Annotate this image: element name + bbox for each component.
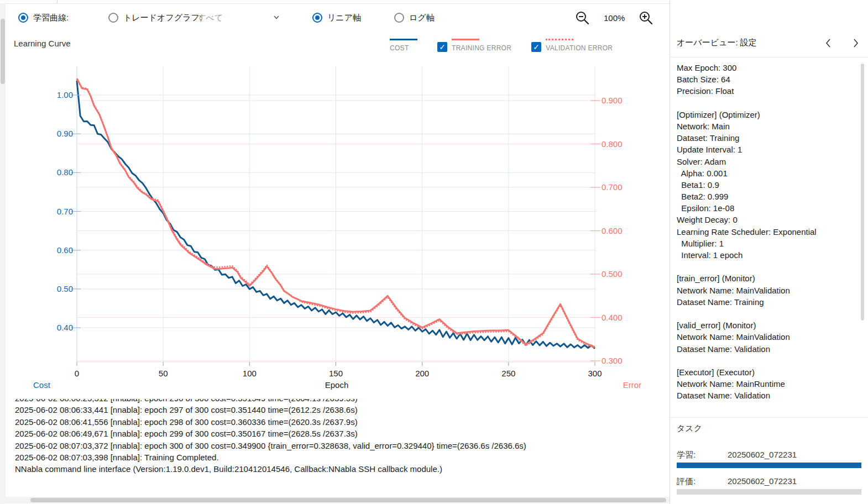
overview-line: [Executor] (Executor) bbox=[677, 366, 859, 378]
axis-tick-label: 0.500 bbox=[602, 269, 623, 279]
axis-tick-label: 200 bbox=[415, 369, 429, 378]
tasks-heading: タスク bbox=[677, 423, 702, 434]
axis-tick-label: 50 bbox=[159, 369, 168, 378]
learning-curve-label: 学習曲線: bbox=[33, 13, 69, 23]
overview-header-divider bbox=[670, 57, 868, 57]
evaluation-task-row[interactable]: 評価: 20250602_072231 bbox=[677, 476, 861, 487]
overview-line: Beta1: 0.9 bbox=[677, 179, 859, 191]
overview-line bbox=[677, 308, 859, 319]
top-tick-divider bbox=[57, 0, 57, 3]
axis-tick-label: 0.60 bbox=[57, 245, 73, 255]
zoom-level: 100% bbox=[604, 4, 625, 32]
overview-line: Network Name: MainRuntime bbox=[677, 378, 859, 390]
axis-tick-label: 0 bbox=[75, 369, 79, 378]
training-progress-fill bbox=[677, 463, 861, 468]
tradeoff-select[interactable]: すべて bbox=[197, 4, 223, 32]
overview-line: Update Interval: 1 bbox=[677, 144, 859, 155]
axis-tick-label: 100 bbox=[243, 369, 257, 378]
overview-line: [train_error] (Monitor) bbox=[677, 272, 859, 284]
linear-axis-option[interactable]: リニア軸 bbox=[312, 4, 361, 32]
overview-line: Alpha: 0.001 bbox=[677, 167, 859, 179]
axis-tick-label: 0.600 bbox=[602, 226, 623, 235]
overview-line: Beta2: 0.999 bbox=[677, 191, 859, 202]
overview-line: Solver: Adam bbox=[677, 156, 859, 167]
axis-tick-label: 0.700 bbox=[602, 182, 623, 192]
overview-line: Dataset Name: Training bbox=[677, 296, 859, 308]
learning-curve-plot[interactable]: 1.000.900.800.700.600.500.400.9000.8000.… bbox=[0, 32, 670, 395]
overview-line bbox=[677, 355, 859, 366]
training-progress-bar bbox=[677, 463, 861, 468]
training-task-label: 学習: bbox=[677, 450, 728, 460]
axis-tick-label: 0.40 bbox=[57, 323, 73, 332]
log-hscrollbar-thumb[interactable] bbox=[30, 498, 666, 502]
tick-layer: 1.000.900.800.700.600.500.400.9000.8000.… bbox=[57, 90, 623, 378]
overview-panel-title: オーバービュー: 設定 bbox=[677, 38, 757, 48]
zoom-out-button[interactable] bbox=[575, 4, 590, 32]
overview-panel: オーバービュー: 設定 Max Epoch: 300Batch Size: 64… bbox=[670, 0, 868, 504]
log-line: 2025-06-02 08:07:03,398 [nnabla]: Traini… bbox=[15, 452, 667, 463]
overview-line: Dataset Name: Validation bbox=[677, 343, 859, 355]
log-axis-label: ログ軸 bbox=[409, 13, 435, 23]
chevron-left-icon bbox=[825, 38, 832, 48]
overview-line: Network Name: MainValidation bbox=[677, 285, 859, 296]
overview-line: Weight Decay: 0 bbox=[677, 214, 859, 225]
zoom-in-button[interactable] bbox=[639, 4, 653, 32]
overview-line: Epsilon: 1e-08 bbox=[677, 202, 859, 214]
overview-line bbox=[677, 97, 859, 109]
tradeoff-graph-label: トレードオフグラフ: bbox=[123, 13, 202, 23]
linear-axis-label: リニア軸 bbox=[327, 13, 361, 23]
overview-next-button[interactable] bbox=[850, 38, 861, 49]
evaluation-task-label: 評価: bbox=[677, 476, 728, 487]
axis-tick-label: 0.70 bbox=[57, 207, 73, 216]
overview-prev-button[interactable] bbox=[823, 38, 834, 49]
overview-line: Dataset: Training bbox=[677, 132, 859, 144]
training-task-row[interactable]: 学習: 20250602_072231 bbox=[677, 450, 861, 460]
overview-line: [valid_error] (Monitor) bbox=[677, 319, 859, 331]
overview-line: [Optimizer] (Optimizer) bbox=[677, 109, 859, 120]
training-log[interactable]: 2025-06-02 08:06:25,312 [nnabla]: epoch … bbox=[15, 399, 667, 496]
overview-line: Learning Rate Scheduler: Exponential bbox=[677, 226, 859, 238]
log-axis-radio[interactable] bbox=[394, 13, 404, 23]
axis-tick-label: 0.900 bbox=[602, 96, 623, 105]
evaluation-progress-bar bbox=[677, 489, 861, 495]
zoom-percent-text: 100% bbox=[604, 13, 625, 23]
overview-scrollbar-thumb[interactable] bbox=[861, 64, 864, 321]
log-line: 2025-06-02 08:06:41,556 [nnabla]: epoch … bbox=[15, 416, 667, 428]
axis-tick-label: 300 bbox=[588, 369, 602, 378]
axis-tick-label: 0.90 bbox=[57, 129, 73, 138]
log-axis-option[interactable]: ログ軸 bbox=[394, 4, 435, 32]
chart-toolbar: 学習曲線: トレードオフグラフ: すべて リニア軸 ログ軸 1 bbox=[6, 4, 670, 32]
axis-tick-label: 0.50 bbox=[57, 284, 73, 293]
chevron-down-icon[interactable] bbox=[273, 13, 280, 21]
grid-layer bbox=[77, 66, 596, 362]
axis-tick-label: 0.300 bbox=[602, 356, 623, 365]
linear-axis-radio[interactable] bbox=[312, 13, 322, 23]
overview-line: Dataset Name: Validation bbox=[677, 390, 859, 401]
tradeoff-graph-option[interactable]: トレードオフグラフ: bbox=[108, 4, 202, 32]
nnc-training-window: 学習曲線: トレードオフグラフ: すべて リニア軸 ログ軸 1 bbox=[0, 0, 868, 504]
log-hscrollbar-track[interactable] bbox=[6, 497, 670, 503]
tasks-divider bbox=[670, 417, 868, 418]
axis-tick-label: 150 bbox=[329, 369, 343, 378]
x-axis-title: Epoch bbox=[325, 380, 349, 390]
zoom-in-icon bbox=[639, 11, 653, 25]
overview-line: Multiplier: 1 bbox=[677, 238, 859, 249]
tradeoff-select-value: すべて bbox=[197, 13, 223, 23]
learning-curve-option[interactable]: 学習曲線: bbox=[18, 4, 69, 32]
overview-settings-list: Max Epoch: 300Batch Size: 64Precision: F… bbox=[677, 62, 859, 401]
log-line: 2025-06-02 08:07:03,372 [nnabla]: epoch … bbox=[15, 440, 667, 452]
overview-line: Precision: Float bbox=[677, 85, 859, 97]
axis-tick-label: 250 bbox=[501, 369, 515, 378]
right-axis-title: Error bbox=[623, 380, 641, 390]
left-axis-title: Cost bbox=[33, 380, 51, 390]
chevron-right-icon bbox=[853, 38, 859, 48]
tradeoff-graph-radio[interactable] bbox=[108, 13, 118, 23]
log-line: 2025-06-02 08:06:25,312 [nnabla]: epoch … bbox=[15, 399, 667, 404]
overview-line: Network Name: MainValidation bbox=[677, 331, 859, 343]
learning-curve-radio[interactable] bbox=[18, 13, 28, 23]
axis-tick-label: 0.400 bbox=[602, 313, 623, 322]
overview-line bbox=[677, 261, 859, 272]
axis-tick-label: 0.800 bbox=[602, 139, 623, 149]
evaluation-task-value: 20250602_072231 bbox=[728, 476, 797, 487]
overview-line: Interval: 1 epoch bbox=[677, 249, 859, 261]
